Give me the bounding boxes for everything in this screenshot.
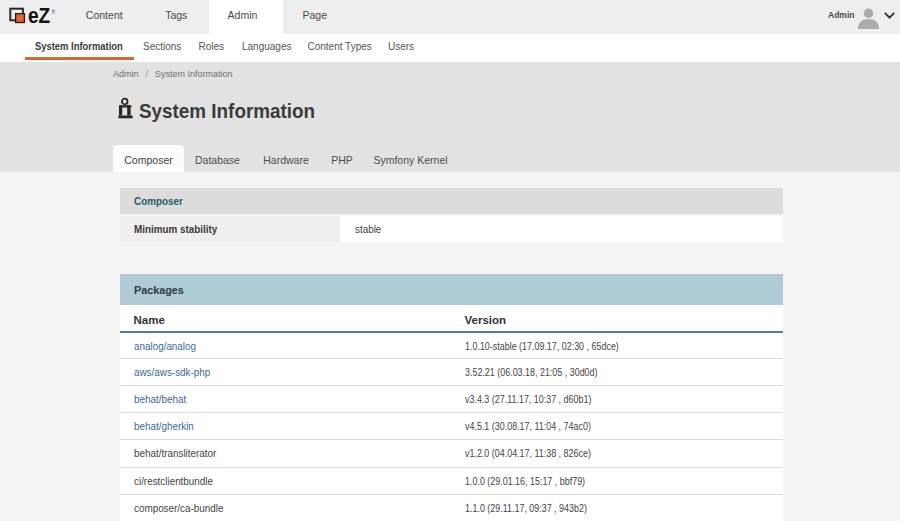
svg-text:®: ® <box>51 9 55 15</box>
svg-text:eZ: eZ <box>28 4 51 28</box>
